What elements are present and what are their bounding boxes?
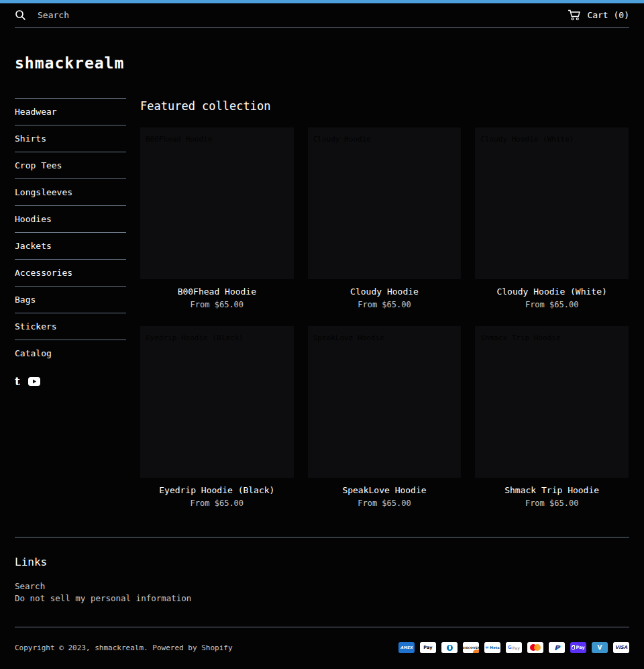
- payment-icons-row: AMEX Pay DISCOVER ∞ Meta G Pay P Pay: [398, 642, 629, 653]
- sidebar-nav: Headwear Shirts Crop Tees Longsleeves Ho…: [15, 98, 126, 508]
- sidebar-item-stickers[interactable]: Stickers: [15, 313, 126, 340]
- sidebar-item-crop-tees[interactable]: Crop Tees: [15, 152, 126, 178]
- content-area: Headwear Shirts Crop Tees Longsleeves Ho…: [0, 98, 644, 508]
- sidebar-item-bags[interactable]: Bags: [15, 286, 126, 313]
- footer-links-title: Links: [15, 556, 629, 568]
- search-label[interactable]: Search: [38, 10, 69, 20]
- shop-pay-icon: Pay: [570, 642, 586, 653]
- product-image-alt: Cloudy Hoodie (White): [480, 135, 574, 144]
- amex-icon: AMEX: [398, 642, 415, 653]
- sidebar-item-shirts[interactable]: Shirts: [15, 125, 126, 152]
- product-image[interactable]: Eyedrip Hoodie (Black): [140, 326, 294, 478]
- product-title[interactable]: Cloudy Hoodie (White): [475, 287, 629, 297]
- meta-pay-icon: ∞ Meta: [484, 642, 500, 653]
- copyright-text: Copyright © 2023, shmackrealm. Powered b…: [15, 644, 233, 652]
- product-price: From $65.00: [475, 499, 629, 508]
- mastercard-icon: [527, 642, 543, 653]
- product-price: From $65.00: [140, 301, 294, 309]
- header-bar: Search Cart (0): [15, 3, 629, 28]
- product-image-alt: B00Fhead Hoodie: [146, 135, 212, 144]
- cart-button[interactable]: Cart (0): [568, 9, 629, 21]
- tumblr-icon[interactable]: t: [15, 376, 20, 387]
- product-image-alt: Shmack Trip Hoodie: [480, 333, 560, 342]
- product-card-cloudy-hoodie[interactable]: Cloudy Hoodie Cloudy Hoodie From $65.00: [308, 127, 462, 309]
- product-price: From $65.00: [140, 499, 294, 508]
- sidebar-item-hoodies[interactable]: Hoodies: [15, 205, 126, 232]
- product-title[interactable]: B00Fhead Hoodie: [140, 287, 294, 297]
- product-title[interactable]: SpeakLove Hoodie: [308, 486, 462, 495]
- venmo-icon: V: [592, 642, 608, 653]
- footer-link-do-not-sell[interactable]: Do not sell my personal information: [15, 593, 629, 605]
- product-image[interactable]: Shmack Trip Hoodie: [475, 326, 629, 478]
- footer-link-search[interactable]: Search: [15, 580, 629, 593]
- footer-links-list: Search Do not sell my personal informati…: [15, 580, 629, 605]
- footer: Links Search Do not sell my personal inf…: [15, 537, 629, 605]
- bottom-bar: Copyright © 2023, shmackrealm. Powered b…: [15, 627, 629, 653]
- main-content: Featured collection B00Fhead Hoodie B00F…: [140, 98, 629, 508]
- product-image-alt: SpeakLove Hoodie: [313, 333, 384, 342]
- search-button[interactable]: Search: [15, 9, 69, 21]
- sidebar-item-longsleeves[interactable]: Longsleeves: [15, 178, 126, 205]
- discover-icon: DISCOVER: [463, 642, 479, 653]
- product-image[interactable]: Cloudy Hoodie (White): [475, 127, 629, 279]
- product-price: From $65.00: [475, 301, 629, 309]
- product-image[interactable]: B00Fhead Hoodie: [140, 127, 294, 279]
- product-card-boofhead-hoodie[interactable]: B00Fhead Hoodie B00Fhead Hoodie From $65…: [140, 127, 294, 309]
- product-title[interactable]: Cloudy Hoodie: [308, 287, 462, 297]
- store-logo[interactable]: shmackrealm: [15, 56, 644, 71]
- cart-icon[interactable]: [568, 9, 581, 21]
- product-card-speaklove-hoodie[interactable]: SpeakLove Hoodie SpeakLove Hoodie From $…: [308, 326, 462, 508]
- product-image[interactable]: SpeakLove Hoodie: [308, 326, 462, 478]
- product-card-shmack-trip-hoodie[interactable]: Shmack Trip Hoodie Shmack Trip Hoodie Fr…: [475, 326, 629, 508]
- google-pay-icon: G Pay: [506, 642, 522, 653]
- product-price: From $65.00: [308, 301, 462, 309]
- youtube-icon[interactable]: [28, 377, 40, 386]
- product-image-alt: Cloudy Hoodie: [313, 135, 371, 144]
- apple-pay-icon: Pay: [420, 642, 436, 653]
- collection-title: Featured collection: [140, 100, 629, 113]
- search-icon[interactable]: [15, 9, 26, 21]
- sidebar-item-jackets[interactable]: Jackets: [15, 232, 126, 259]
- paypal-icon: P: [549, 642, 565, 653]
- product-title[interactable]: Shmack Trip Hoodie: [475, 486, 629, 495]
- diners-club-icon: [441, 642, 458, 653]
- product-image[interactable]: Cloudy Hoodie: [308, 127, 462, 279]
- sidebar-item-accessories[interactable]: Accessories: [15, 259, 126, 286]
- sidebar-item-catalog[interactable]: Catalog: [15, 340, 126, 366]
- cart-label[interactable]: Cart (0): [587, 10, 629, 20]
- product-title[interactable]: Eyedrip Hoodie (Black): [140, 486, 294, 495]
- product-grid: B00Fhead Hoodie B00Fhead Hoodie From $65…: [140, 127, 629, 508]
- product-card-cloudy-hoodie-white[interactable]: Cloudy Hoodie (White) Cloudy Hoodie (Whi…: [475, 127, 629, 309]
- sidebar-item-headwear[interactable]: Headwear: [15, 98, 126, 125]
- product-card-eyedrip-hoodie-black[interactable]: Eyedrip Hoodie (Black) Eyedrip Hoodie (B…: [140, 326, 294, 508]
- product-image-alt: Eyedrip Hoodie (Black): [146, 333, 244, 342]
- visa-icon: VISA: [613, 642, 629, 653]
- product-price: From $65.00: [308, 499, 462, 508]
- social-links: t: [15, 376, 126, 387]
